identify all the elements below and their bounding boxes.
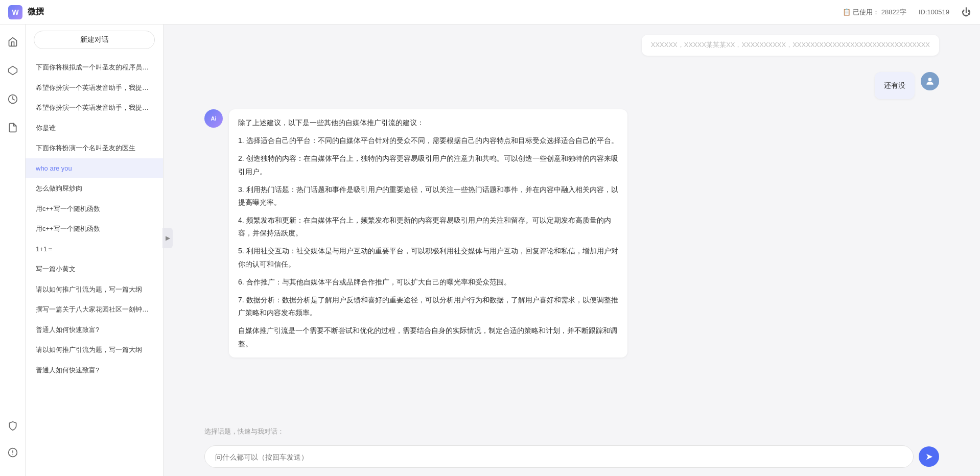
message-paragraph: 7. 数据分析：数据分析是了解用户反馈和喜好的重要途径，可以分析用户行为和数据，… bbox=[238, 294, 618, 319]
message-paragraph: 5. 利用社交互动：社交媒体是与用户互动的重要平台，可以积极利用社交媒体与用户互… bbox=[238, 245, 618, 270]
main-layout: 新建对话 下面你将模拟成一个叫圣友的程序员，我说...希望你扮演一个英语发音助手… bbox=[0, 25, 980, 476]
sidebar-item-home[interactable] bbox=[4, 33, 22, 51]
message-paragraph: 除了上述建议，以下是一些其他的自媒体推广引流的建议： bbox=[238, 116, 618, 129]
svg-point-5 bbox=[928, 78, 932, 81]
chat-list-item[interactable]: who are you bbox=[26, 158, 163, 179]
sidebar-item-clock[interactable] bbox=[4, 90, 22, 108]
partial-message-row: XXXXXX，XXXXX某某某XX，XXXXXXXXXX，XXXXXXXXXXX… bbox=[204, 35, 939, 64]
user-id: ID:100519 bbox=[919, 8, 949, 16]
sidebar-item-shield[interactable] bbox=[4, 417, 22, 435]
chat-messages: XXXXXX，XXXXX某某某XX，XXXXXXXXXX，XXXXXXXXXXX… bbox=[164, 25, 980, 423]
chat-list-item[interactable]: 普通人如何快速致富? bbox=[26, 320, 163, 340]
send-icon: ➤ bbox=[925, 451, 933, 462]
chat-list: 下面你将模拟成一个叫圣友的程序员，我说...希望你扮演一个英语发音助手，我提供给… bbox=[26, 55, 163, 476]
chat-list-item[interactable]: 写一篇小黄文 bbox=[26, 259, 163, 279]
sidebar-item-info[interactable] bbox=[4, 443, 22, 462]
send-button[interactable]: ➤ bbox=[919, 446, 939, 467]
message-paragraph: 4. 频繁发布和更新：在自媒体平台上，频繁发布和更新的内容更容易吸引用户的关注和… bbox=[238, 214, 618, 240]
quick-select-area: 选择话题，快速与我对话： bbox=[164, 423, 980, 441]
chat-list-item[interactable]: 请以如何推广引流为题，写一篇大纲 bbox=[26, 340, 163, 360]
message-paragraph: 3. 利用热门话题：热门话题和事件是吸引用户的重要途径，可以关注一些热门话题和事… bbox=[238, 183, 618, 209]
sidebar-item-doc[interactable] bbox=[4, 118, 22, 137]
chat-input[interactable] bbox=[204, 445, 914, 468]
header-right: 📋 已使用： 28822字 ID:100519 ⏻ bbox=[843, 7, 972, 17]
message-paragraph: 6. 合作推广：与其他自媒体平台或品牌合作推广，可以扩大自己的曝光率和受众范围。 bbox=[238, 276, 618, 289]
power-icon[interactable]: ⏻ bbox=[962, 7, 972, 17]
chat-list-item[interactable]: 下面你将模拟成一个叫圣友的程序员，我说... bbox=[26, 57, 163, 78]
chat-list-item[interactable]: 希望你扮演一个英语发音助手，我提供给你... bbox=[26, 98, 163, 118]
chat-list-item[interactable]: 普通人如何快速致富? bbox=[26, 360, 163, 380]
message-row: 还有没 bbox=[204, 72, 939, 99]
ai-avatar: Ai bbox=[204, 109, 223, 128]
message-row: Ai除了上述建议，以下是一些其他的自媒体推广引流的建议：1. 选择适合自己的平台… bbox=[204, 109, 939, 358]
chat-list-item[interactable]: 请以如何推广引流为题，写一篇大纲 bbox=[26, 279, 163, 300]
message-paragraph: 自媒体推广引流是一个需要不断尝试和优化的过程，需要结合自身的实际情况，制定合适的… bbox=[238, 324, 618, 350]
chat-area: XXXXXX，XXXXX某某某XX，XXXXXXXXXX，XXXXXXXXXXX… bbox=[164, 25, 980, 476]
message-bubble: 除了上述建议，以下是一些其他的自媒体推广引流的建议：1. 选择适合自己的平台：不… bbox=[229, 109, 627, 358]
svg-marker-0 bbox=[8, 66, 17, 75]
sidebar-item-box[interactable] bbox=[4, 61, 22, 80]
icon-sidebar bbox=[0, 25, 26, 476]
header-left: W 微撰 bbox=[8, 5, 44, 19]
new-chat-button[interactable]: 新建对话 bbox=[34, 31, 155, 49]
app-title: 微撰 bbox=[28, 7, 44, 17]
chat-list-item[interactable]: 下面你将扮演一个名叫圣友的医生 bbox=[26, 138, 163, 158]
chat-list-item[interactable]: 撰写一篇关于八大家花园社区一刻钟便民生... bbox=[26, 299, 163, 320]
app-logo: W bbox=[8, 5, 22, 19]
message-paragraph: 1. 选择适合自己的平台：不同的自媒体平台针对的受众不同，需要根据自己的内容特点… bbox=[238, 134, 618, 147]
chat-list-item[interactable]: 希望你扮演一个英语发音助手，我提供给你... bbox=[26, 78, 163, 98]
user-avatar bbox=[921, 72, 939, 90]
partial-message: XXXXXX，XXXXX某某某XX，XXXXXXXXXX，XXXXXXXXXXX… bbox=[642, 35, 939, 56]
usage-info: 📋 已使用： 28822字 bbox=[843, 8, 906, 17]
usage-count: 28822字 bbox=[881, 8, 906, 17]
usage-label: 已使用： bbox=[853, 8, 879, 17]
chat-list-item[interactable]: 1+1＝ bbox=[26, 239, 163, 259]
header: W 微撰 📋 已使用： 28822字 ID:100519 ⏻ bbox=[0, 0, 980, 25]
chat-list-item[interactable]: 怎么做狗屎炒肉 bbox=[26, 178, 163, 199]
quick-select-label: 选择话题，快速与我对话： bbox=[204, 427, 939, 436]
chevron-right-icon: ▶ bbox=[166, 234, 170, 242]
chat-sidebar: 新建对话 下面你将模拟成一个叫圣友的程序员，我说...希望你扮演一个英语发音助手… bbox=[26, 25, 164, 476]
message-paragraph: 2. 创造独特的内容：在自媒体平台上，独特的内容更容易吸引用户的注意力和共鸣。可… bbox=[238, 152, 618, 178]
document-icon: 📋 bbox=[843, 8, 851, 16]
sidebar-bottom-icons bbox=[4, 417, 22, 468]
sidebar-toggle[interactable]: ▶ bbox=[162, 228, 173, 248]
message-bubble: 还有没 bbox=[875, 72, 915, 99]
chat-list-item[interactable]: 用c++写一个随机函数 bbox=[26, 199, 163, 219]
chat-list-item[interactable]: 用c++写一个随机函数 bbox=[26, 219, 163, 239]
input-area: ➤ bbox=[164, 441, 980, 476]
chat-list-item[interactable]: 你是谁 bbox=[26, 118, 163, 138]
